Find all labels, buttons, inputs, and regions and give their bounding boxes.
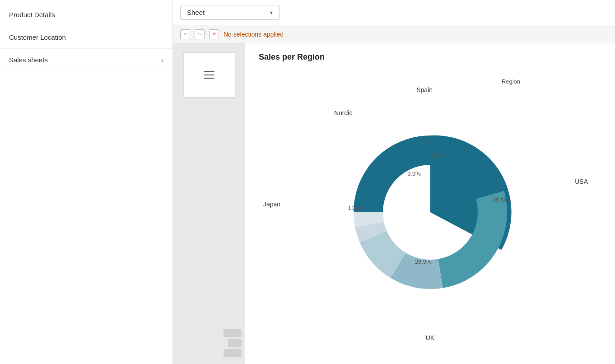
hamburger-line-3 bbox=[204, 78, 214, 79]
main-area: Sheet ▾ ↩ ↪ ✕ No selections applied bbox=[173, 0, 615, 364]
sidebar-item-product-details[interactable]: Product Details bbox=[0, 4, 172, 26]
hamburger-icon bbox=[204, 71, 214, 79]
sidebar-item-sales-sheets-label: Sales sheets bbox=[9, 56, 48, 64]
mini-bars bbox=[173, 322, 245, 364]
sidebar-item-customer-location-label: Customer Location bbox=[9, 33, 66, 41]
region-legend-title: Region bbox=[502, 78, 520, 85]
mini-bar-1 bbox=[224, 329, 242, 337]
selection-bar: ↩ ↪ ✕ No selections applied bbox=[173, 25, 615, 43]
sidebar-item-customer-location[interactable]: Customer Location bbox=[0, 26, 172, 49]
clear-selections-icon[interactable]: ✕ bbox=[209, 29, 219, 39]
donut-chart: 45.5% 26.9% 11.3% 9.9% 3.3% bbox=[335, 117, 525, 307]
pct-japan-label: 11.3% bbox=[348, 205, 365, 211]
sheet-dropdown[interactable]: Sheet ▾ bbox=[180, 5, 280, 20]
chevron-right-icon: › bbox=[161, 56, 163, 64]
hamburger-line-1 bbox=[204, 71, 214, 72]
chevron-down-icon: ▾ bbox=[270, 9, 273, 16]
pct-nordic-label: 9.9% bbox=[407, 170, 421, 177]
pct-uk-label: 26.9% bbox=[415, 258, 432, 265]
chart-title: Sales per Region bbox=[259, 52, 601, 62]
sidebar-item-product-details-label: Product Details bbox=[9, 11, 55, 19]
chart-panel: Sales per Region Region bbox=[245, 43, 615, 364]
pct-spain-label: 3.3% bbox=[430, 151, 444, 158]
select-back-icon[interactable]: ↩ bbox=[180, 29, 190, 39]
hamburger-button[interactable] bbox=[183, 52, 235, 98]
chart-body: Region bbox=[259, 69, 601, 355]
donut-chart-svg bbox=[335, 117, 525, 307]
sidebar-item-sales-sheets[interactable]: Sales sheets › bbox=[0, 49, 172, 71]
no-selections-label: No selections applied bbox=[224, 31, 284, 38]
sheet-dropdown-label: Sheet bbox=[187, 9, 205, 16]
select-forward-icon[interactable]: ↪ bbox=[195, 29, 205, 39]
toolbar: Sheet ▾ bbox=[173, 0, 615, 25]
spain-region-label: Spain bbox=[416, 86, 433, 93]
sidebar: Product Details Customer Location Sales … bbox=[0, 0, 173, 364]
mini-bar-3 bbox=[224, 349, 242, 357]
nordic-region-label: Nordic bbox=[334, 109, 352, 117]
uk-region-label: UK bbox=[426, 334, 434, 341]
content-area: Sales per Region Region bbox=[173, 43, 615, 364]
mini-bar-2 bbox=[228, 339, 242, 347]
left-panel bbox=[173, 43, 245, 364]
usa-region-label: USA bbox=[575, 178, 588, 185]
japan-region-label: Japan bbox=[263, 201, 280, 208]
hamburger-line-2 bbox=[204, 75, 214, 75]
pct-usa-label: 45.5% bbox=[493, 197, 509, 204]
